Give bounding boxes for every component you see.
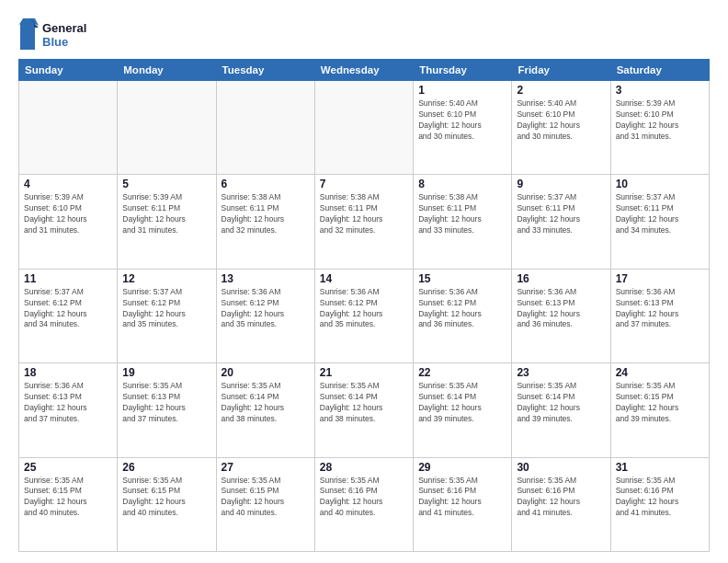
calendar-cell: 6Sunrise: 5:38 AMSunset: 6:11 PMDaylight…	[216, 175, 314, 269]
day-info-line: Sunset: 6:14 PM	[418, 392, 506, 403]
day-info: Sunrise: 5:35 AMSunset: 6:16 PMDaylight:…	[320, 476, 408, 520]
day-info-line: and 31 minutes.	[122, 225, 210, 236]
day-info-line: Sunrise: 5:38 AM	[222, 192, 310, 203]
day-info-line: Sunrise: 5:38 AM	[418, 192, 506, 203]
day-info-line: and 41 minutes.	[517, 508, 605, 519]
day-info-line: Sunset: 6:12 PM	[222, 298, 310, 309]
day-info-line: Daylight: 12 hours	[222, 214, 310, 225]
calendar-cell	[314, 81, 413, 175]
calendar-cell: 28Sunrise: 5:35 AMSunset: 6:16 PMDayligh…	[314, 457, 413, 551]
logo-svg: General Blue	[18, 17, 92, 53]
day-info: Sunrise: 5:35 AMSunset: 6:14 PMDaylight:…	[222, 381, 310, 425]
week-row-3: 11Sunrise: 5:37 AMSunset: 6:12 PMDayligh…	[19, 269, 710, 362]
weekday-header-row: SundayMondayTuesdayWednesdayThursdayFrid…	[19, 60, 710, 81]
day-info-line: Sunrise: 5:36 AM	[418, 287, 506, 298]
day-info-line: Sunrise: 5:35 AM	[222, 381, 310, 392]
day-info: Sunrise: 5:38 AMSunset: 6:11 PMDaylight:…	[320, 192, 408, 236]
calendar-cell: 26Sunrise: 5:35 AMSunset: 6:15 PMDayligh…	[118, 457, 216, 551]
day-info-line: and 41 minutes.	[418, 508, 506, 519]
day-info-line: Sunset: 6:13 PM	[122, 392, 210, 403]
day-info-line: Daylight: 12 hours	[122, 403, 210, 414]
calendar-cell: 5Sunrise: 5:39 AMSunset: 6:11 PMDaylight…	[118, 175, 216, 269]
day-number: 12	[122, 272, 210, 285]
day-number: 31	[616, 461, 704, 474]
day-info-line: Sunset: 6:11 PM	[616, 203, 704, 214]
day-info-line: Sunrise: 5:36 AM	[517, 287, 605, 298]
day-number: 30	[517, 461, 605, 474]
day-number: 18	[24, 366, 112, 379]
calendar-cell: 23Sunrise: 5:35 AMSunset: 6:14 PMDayligh…	[512, 363, 610, 457]
day-info: Sunrise: 5:36 AMSunset: 6:13 PMDaylight:…	[517, 287, 605, 331]
weekday-header-saturday: Saturday	[610, 60, 709, 81]
day-info-line: Sunset: 6:12 PM	[122, 298, 210, 309]
day-info: Sunrise: 5:35 AMSunset: 6:13 PMDaylight:…	[122, 381, 210, 425]
day-info-line: Daylight: 12 hours	[418, 309, 506, 320]
day-info-line: and 35 minutes.	[222, 319, 310, 330]
day-info-line: Daylight: 12 hours	[320, 214, 408, 225]
day-info: Sunrise: 5:35 AMSunset: 6:15 PMDaylight:…	[122, 476, 210, 520]
svg-text:Blue: Blue	[42, 35, 68, 49]
day-number: 22	[418, 366, 506, 379]
day-info-line: and 38 minutes.	[320, 414, 408, 425]
calendar-cell	[19, 81, 118, 175]
day-number: 27	[222, 461, 310, 474]
calendar-cell: 15Sunrise: 5:36 AMSunset: 6:12 PMDayligh…	[414, 269, 512, 362]
day-info-line: Sunrise: 5:35 AM	[418, 476, 506, 487]
day-info-line: Sunrise: 5:35 AM	[517, 476, 605, 487]
day-info: Sunrise: 5:35 AMSunset: 6:16 PMDaylight:…	[517, 476, 605, 520]
day-info-line: Daylight: 12 hours	[616, 121, 704, 132]
day-number: 4	[24, 178, 112, 190]
calendar-cell: 9Sunrise: 5:37 AMSunset: 6:11 PMDaylight…	[512, 175, 610, 269]
calendar-cell: 11Sunrise: 5:37 AMSunset: 6:12 PMDayligh…	[19, 269, 118, 362]
day-info: Sunrise: 5:35 AMSunset: 6:15 PMDaylight:…	[24, 476, 112, 520]
day-info-line: Sunset: 6:10 PM	[24, 203, 112, 214]
day-info: Sunrise: 5:37 AMSunset: 6:11 PMDaylight:…	[616, 192, 704, 236]
weekday-header-tuesday: Tuesday	[216, 60, 314, 81]
day-info: Sunrise: 5:40 AMSunset: 6:10 PMDaylight:…	[517, 98, 605, 143]
day-info-line: Daylight: 12 hours	[517, 403, 605, 414]
day-info-line: and 36 minutes.	[517, 319, 605, 330]
day-info-line: and 40 minutes.	[24, 508, 112, 519]
day-info-line: and 30 minutes.	[418, 132, 506, 143]
day-info-line: Daylight: 12 hours	[418, 497, 506, 508]
day-info-line: Sunset: 6:16 PM	[320, 486, 408, 497]
day-info: Sunrise: 5:37 AMSunset: 6:11 PMDaylight:…	[517, 192, 605, 236]
day-info: Sunrise: 5:35 AMSunset: 6:14 PMDaylight:…	[320, 381, 408, 425]
day-info: Sunrise: 5:35 AMSunset: 6:16 PMDaylight:…	[418, 476, 506, 520]
day-info: Sunrise: 5:37 AMSunset: 6:12 PMDaylight:…	[24, 287, 112, 331]
day-info-line: and 35 minutes.	[122, 319, 210, 330]
calendar-cell: 21Sunrise: 5:35 AMSunset: 6:14 PMDayligh…	[314, 363, 413, 457]
day-info-line: Daylight: 12 hours	[24, 497, 112, 508]
calendar-cell: 16Sunrise: 5:36 AMSunset: 6:13 PMDayligh…	[512, 269, 610, 362]
day-info-line: and 31 minutes.	[616, 132, 704, 143]
day-info-line: Daylight: 12 hours	[222, 309, 310, 320]
calendar-cell: 7Sunrise: 5:38 AMSunset: 6:11 PMDaylight…	[314, 175, 413, 269]
day-info-line: Daylight: 12 hours	[122, 214, 210, 225]
day-number: 15	[418, 272, 506, 285]
day-info-line: Daylight: 12 hours	[616, 214, 704, 225]
calendar-cell	[216, 81, 314, 175]
day-info-line: Sunset: 6:14 PM	[320, 392, 408, 403]
calendar-cell: 30Sunrise: 5:35 AMSunset: 6:16 PMDayligh…	[512, 457, 610, 551]
day-info-line: Sunrise: 5:40 AM	[418, 98, 506, 109]
day-info-line: Sunrise: 5:35 AM	[320, 381, 408, 392]
calendar-cell: 20Sunrise: 5:35 AMSunset: 6:14 PMDayligh…	[216, 363, 314, 457]
day-info-line: and 39 minutes.	[418, 414, 506, 425]
calendar-cell: 29Sunrise: 5:35 AMSunset: 6:16 PMDayligh…	[414, 457, 512, 551]
calendar-cell: 24Sunrise: 5:35 AMSunset: 6:15 PMDayligh…	[610, 363, 709, 457]
day-info-line: Sunset: 6:10 PM	[418, 109, 506, 121]
day-info-line: Sunset: 6:15 PM	[616, 392, 704, 403]
week-row-4: 18Sunrise: 5:36 AMSunset: 6:13 PMDayligh…	[19, 363, 710, 457]
day-info: Sunrise: 5:36 AMSunset: 6:12 PMDaylight:…	[222, 287, 310, 331]
day-info-line: Daylight: 12 hours	[320, 309, 408, 320]
day-info-line: and 39 minutes.	[616, 414, 704, 425]
day-number: 13	[222, 272, 310, 285]
day-info-line: Sunset: 6:16 PM	[418, 486, 506, 497]
day-number: 14	[320, 272, 408, 285]
day-number: 5	[122, 178, 210, 190]
day-number: 23	[517, 366, 605, 379]
day-info-line: Sunrise: 5:35 AM	[616, 381, 704, 392]
day-number: 19	[122, 366, 210, 379]
day-info-line: and 30 minutes.	[517, 132, 605, 143]
day-info-line: Daylight: 12 hours	[24, 403, 112, 414]
